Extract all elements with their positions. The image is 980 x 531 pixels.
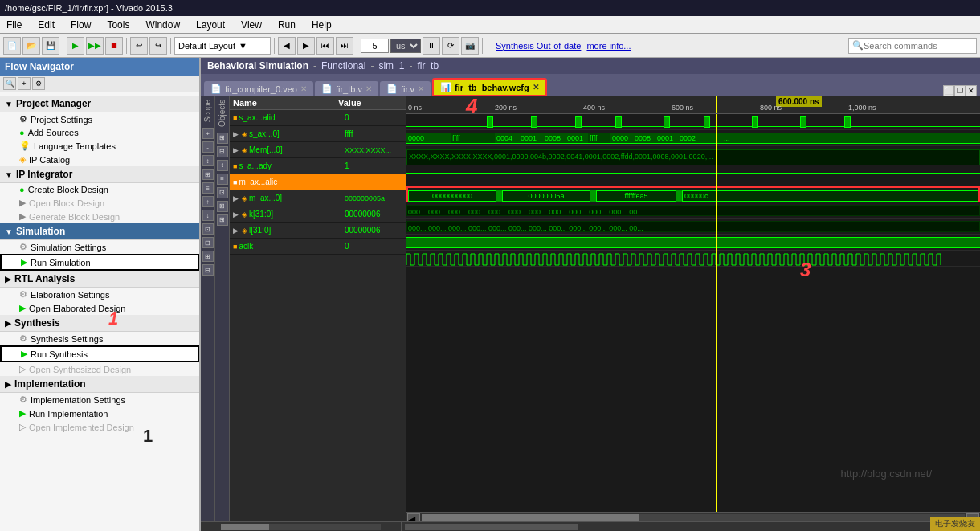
maximize-btn[interactable]: ⬜ bbox=[943, 85, 954, 96]
tab-fir-tb-behav-wcfg[interactable]: 📊 fir_tb_behav.wcfg ✕ bbox=[432, 78, 547, 96]
menu-file[interactable]: File bbox=[3, 18, 25, 32]
signal-row-s-ax-0[interactable]: ▶ ◈ s_ax...0] ffff bbox=[230, 126, 406, 142]
scroll-left[interactable]: ◀ bbox=[407, 513, 420, 521]
nav-simulation-settings[interactable]: ⚙ Simulation Settings bbox=[0, 240, 199, 254]
search-input[interactable] bbox=[864, 41, 960, 51]
menu-run[interactable]: Run bbox=[275, 18, 299, 32]
signal-row-s-a-ady[interactable]: ■ s_a...ady 1 bbox=[230, 158, 406, 174]
signal-list-hscroll[interactable] bbox=[201, 522, 402, 531]
obj-btn-5[interactable]: ⊡ bbox=[217, 187, 228, 198]
restore-btn[interactable]: ❐ bbox=[954, 85, 966, 96]
tab-close[interactable]: ✕ bbox=[418, 84, 424, 93]
obj-btn-7[interactable]: ⊞ bbox=[217, 214, 228, 226]
nav-fwd[interactable]: ▶ bbox=[297, 37, 315, 55]
obj-btn-3[interactable]: ↕ bbox=[217, 160, 228, 171]
nav-back[interactable]: ◀ bbox=[278, 37, 296, 55]
redo-button[interactable]: ↪ bbox=[149, 37, 167, 55]
section-project-manager[interactable]: ▼ Project Manager bbox=[0, 96, 199, 112]
more-info-link[interactable]: more info... bbox=[586, 41, 631, 51]
pause-btn[interactable]: ⏸ bbox=[423, 37, 440, 55]
nav-language-templates[interactable]: 💡 Language Templates bbox=[0, 139, 199, 153]
scope-btn-8[interactable]: ⊡ bbox=[202, 223, 214, 235]
hscroll-track[interactable] bbox=[221, 524, 381, 530]
nav-elaboration-settings[interactable]: ⚙ Elaboration Settings bbox=[0, 288, 199, 301]
waveform-row-4[interactable]: 0000000000 00000005a ffffffea5 00000c... bbox=[406, 186, 980, 202]
wave-scrollbar[interactable]: ◀ ▶ bbox=[406, 512, 980, 521]
section-rtl-analysis[interactable]: ▶ RTL Analysis bbox=[0, 271, 199, 288]
scope-btn-11[interactable]: ⊟ bbox=[202, 264, 214, 276]
menu-window[interactable]: Window bbox=[142, 18, 183, 32]
obj-btn-1[interactable]: ⊞ bbox=[217, 133, 228, 144]
section-synthesis[interactable]: ▶ Synthesis bbox=[0, 315, 199, 332]
signal-row-m-ax-alic[interactable]: ■ m_ax...alic bbox=[230, 174, 406, 190]
waveform-row-7[interactable] bbox=[406, 235, 980, 251]
tab-close[interactable]: ✕ bbox=[365, 84, 372, 93]
menu-layout[interactable]: Layout bbox=[193, 18, 228, 32]
nav-synthesis-settings[interactable]: ⚙ Synthesis Settings bbox=[0, 332, 199, 345]
search-bar[interactable]: 🔍 bbox=[848, 38, 977, 54]
scope-btn-7[interactable]: ↓ bbox=[202, 210, 214, 221]
close-view-btn[interactable]: ✕ bbox=[966, 85, 977, 96]
waveform-row-6[interactable]: 000... 000... 000... 000... 000... 000..… bbox=[406, 219, 980, 235]
nav-expand-btn[interactable]: + bbox=[18, 77, 31, 90]
tab-fir-tb-v[interactable]: 📄 fir_tb.v ✕ bbox=[315, 81, 378, 96]
signal-row-aclk[interactable]: ■ aclk 0 bbox=[230, 239, 406, 255]
nav-open-elaborated-design[interactable]: ▶ Open Elaborated Design bbox=[0, 301, 199, 315]
nav-run-synthesis[interactable]: ▶ Run Synthesis bbox=[0, 345, 199, 362]
signal-row-l31-0[interactable]: ▶ ◈ l[31:0] 00000006 bbox=[230, 223, 406, 239]
obj-btn-4[interactable]: ≡ bbox=[217, 174, 228, 185]
scope-btn-1[interactable]: + bbox=[202, 128, 214, 139]
nav-start[interactable]: ⏮ bbox=[316, 37, 334, 55]
scope-btn-3[interactable]: ↕ bbox=[202, 155, 214, 166]
nav-config-btn[interactable]: ⚙ bbox=[32, 77, 45, 90]
signal-row-m-ax-0[interactable]: ▶ ◈ m_ax...0] 000000005a bbox=[230, 190, 406, 206]
open-button[interactable]: 📂 bbox=[22, 37, 40, 55]
nav-create-block-design[interactable]: ● Create Block Design bbox=[0, 183, 199, 196]
new-button[interactable]: 📄 bbox=[3, 37, 21, 55]
waveform-row-2[interactable]: XXXX,XXXX,XXXX,XXXX,0001,0000,004b,0002,… bbox=[406, 146, 980, 170]
scope-btn-10[interactable]: ⊞ bbox=[202, 251, 214, 262]
nav-ip-catalog[interactable]: ◈ IP Catalog bbox=[0, 153, 199, 166]
waveform-row-3[interactable] bbox=[406, 170, 980, 186]
tab-close[interactable]: ✕ bbox=[300, 84, 307, 93]
scope-btn-4[interactable]: ⊞ bbox=[202, 169, 214, 180]
tab-fir-compiler-veo[interactable]: 📄 fir_compiler_0.veo ✕ bbox=[204, 81, 313, 96]
signal-row-k31-0[interactable]: ▶ ◈ k[31:0] 00000006 bbox=[230, 206, 406, 223]
scope-btn-5[interactable]: ≡ bbox=[202, 182, 214, 194]
nav-implementation-settings[interactable]: ⚙ Implementation Settings bbox=[0, 393, 199, 406]
wave-hscroll-thumb[interactable] bbox=[405, 524, 578, 530]
waveform-row-5[interactable]: 000... 000... 000... 000... 000... 000..… bbox=[406, 202, 980, 219]
waveform-row-0[interactable] bbox=[406, 114, 980, 130]
time-value-input[interactable] bbox=[361, 39, 389, 53]
scroll-track[interactable] bbox=[422, 514, 965, 521]
scroll-thumb[interactable] bbox=[422, 514, 639, 521]
undo-button[interactable]: ↩ bbox=[130, 37, 148, 55]
nav-run-simulation[interactable]: ▶ Run Simulation bbox=[0, 254, 199, 271]
nav-search-btn[interactable]: 🔍 bbox=[3, 77, 16, 90]
run-all-button[interactable]: ▶▶ bbox=[86, 37, 104, 55]
save-button[interactable]: 💾 bbox=[42, 37, 59, 55]
menu-tools[interactable]: Tools bbox=[104, 18, 133, 32]
reset-btn[interactable]: ⟳ bbox=[442, 37, 459, 55]
stop-button[interactable]: ⏹ bbox=[105, 37, 123, 55]
section-simulation[interactable]: ▼ Simulation bbox=[0, 223, 199, 240]
nav-project-settings[interactable]: ⚙ Project Settings bbox=[0, 112, 199, 126]
time-unit-select[interactable]: us ns ps bbox=[390, 39, 421, 53]
obj-btn-6[interactable]: ⊠ bbox=[217, 201, 228, 212]
scope-btn-9[interactable]: ⊟ bbox=[202, 237, 214, 248]
signal-row-s-ax-alid[interactable]: ■ s_ax...alid 0 bbox=[230, 110, 406, 126]
nav-end[interactable]: ⏭ bbox=[336, 37, 353, 55]
tab-close[interactable]: ✕ bbox=[533, 83, 539, 92]
section-ip-integrator[interactable]: ▼ IP Integrator bbox=[0, 166, 199, 183]
menu-edit[interactable]: Edit bbox=[35, 18, 58, 32]
obj-btn-2[interactable]: ⊟ bbox=[217, 146, 228, 157]
run-button[interactable]: ▶ bbox=[67, 37, 84, 55]
menu-flow[interactable]: Flow bbox=[67, 18, 94, 32]
waveform-row-aclk[interactable] bbox=[406, 251, 980, 267]
snapshot-btn[interactable]: 📷 bbox=[461, 37, 479, 55]
hscroll-thumb[interactable] bbox=[221, 524, 269, 530]
wave-hscroll[interactable] bbox=[402, 522, 980, 531]
section-implementation[interactable]: ▶ Implementation bbox=[0, 376, 199, 393]
menu-help[interactable]: Help bbox=[308, 18, 335, 32]
signal-row-mem[interactable]: ▶ ◈ Mem[...0] XXXX,XXXX... bbox=[230, 142, 406, 158]
